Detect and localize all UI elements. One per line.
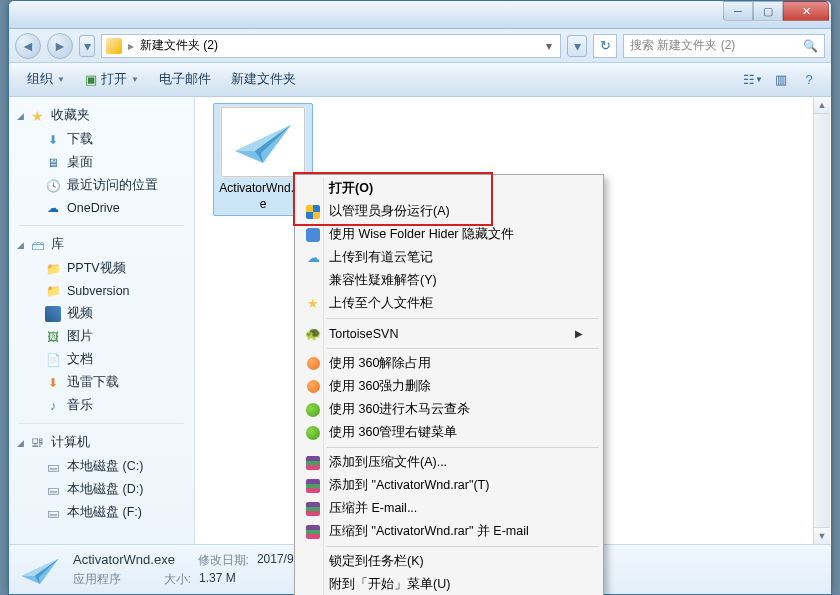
breadcrumb[interactable]: ▸ 新建文件夹 (2) ▾ bbox=[101, 34, 561, 58]
scroll-up-button[interactable]: ▲ bbox=[814, 97, 830, 114]
sidebar-item-desktop[interactable]: 🖥桌面 bbox=[9, 151, 194, 174]
collapse-icon: ◢ bbox=[17, 240, 27, 250]
sidebar-item-drive-d[interactable]: 🖴本地磁盘 (D:) bbox=[9, 478, 194, 501]
search-icon: 🔍 bbox=[803, 39, 818, 53]
ctx-360-manage-menu[interactable]: 使用 360管理右键菜单 bbox=[297, 421, 601, 444]
breadcrumb-dropdown[interactable]: ▾ bbox=[542, 39, 556, 53]
360-icon bbox=[306, 426, 320, 440]
ctx-add-archive[interactable]: 添加到压缩文件(A)... bbox=[297, 451, 601, 474]
status-thumbnail bbox=[19, 552, 61, 588]
star-icon: ★ bbox=[304, 295, 322, 313]
ctx-youdao-upload[interactable]: ☁上传到有道云笔记 bbox=[297, 246, 601, 269]
sidebar-item-subversion[interactable]: 📁Subversion bbox=[9, 280, 194, 302]
recent-icon: 🕓 bbox=[45, 178, 61, 194]
ctx-open[interactable]: 打开(O) bbox=[297, 177, 601, 200]
sidebar-item-downloads[interactable]: ⬇下载 bbox=[9, 128, 194, 151]
folder-icon: 📁 bbox=[45, 261, 61, 277]
ctx-tortoisesvn[interactable]: 🐢TortoiseSVN▶ bbox=[297, 322, 601, 345]
scrollbar-vertical[interactable]: ▲ ▼ bbox=[813, 97, 830, 544]
download-icon: ⬇ bbox=[45, 132, 61, 148]
back-button[interactable]: ◄ bbox=[15, 33, 41, 59]
close-button[interactable]: ✕ bbox=[783, 1, 829, 21]
disk-icon: 🖴 bbox=[45, 505, 61, 521]
onedrive-icon: ☁ bbox=[45, 200, 61, 216]
previous-locations-button[interactable]: ▾ bbox=[567, 35, 587, 57]
new-folder-button[interactable]: 新建文件夹 bbox=[223, 67, 304, 92]
ctx-run-as-admin[interactable]: 以管理员身份运行(A) bbox=[297, 200, 601, 223]
ctx-add-to-rar[interactable]: 添加到 "ActivatorWnd.rar"(T) bbox=[297, 474, 601, 497]
preview-pane-button[interactable]: ▥ bbox=[769, 69, 793, 91]
folder-icon: 📁 bbox=[45, 283, 61, 299]
chevron-right-icon: ▶ bbox=[575, 328, 583, 339]
documents-icon: 📄 bbox=[45, 352, 61, 368]
search-input[interactable]: 搜索 新建文件夹 (2) 🔍 bbox=[623, 34, 825, 58]
cloud-icon: ☁ bbox=[304, 249, 322, 267]
disk-icon: 🖴 bbox=[45, 459, 61, 475]
library-icon: 🗃 bbox=[31, 237, 47, 253]
360-icon bbox=[307, 357, 320, 370]
disk-icon: 🖴 bbox=[45, 482, 61, 498]
sidebar-item-recent[interactable]: 🕓最近访问的位置 bbox=[9, 174, 194, 197]
ctx-compress-to-email[interactable]: 压缩到 "ActivatorWnd.rar" 并 E-mail bbox=[297, 520, 601, 543]
titlebar: ─ ▢ ✕ bbox=[9, 1, 831, 29]
chevron-right-icon: ▸ bbox=[128, 39, 134, 53]
ctx-compat-troubleshoot[interactable]: 兼容性疑难解答(Y) bbox=[297, 269, 601, 292]
rar-icon bbox=[306, 479, 320, 493]
ctx-360-scan[interactable]: 使用 360进行木马云查杀 bbox=[297, 398, 601, 421]
open-menu[interactable]: ▣打开▼ bbox=[77, 67, 147, 92]
sidebar-item-drive-c[interactable]: 🖴本地磁盘 (C:) bbox=[9, 455, 194, 478]
collapse-icon: ◢ bbox=[17, 438, 27, 448]
status-type: 应用程序 bbox=[73, 571, 121, 588]
minimize-button[interactable]: ─ bbox=[723, 1, 753, 21]
thunder-icon: ⬇ bbox=[45, 375, 61, 391]
sidebar-item-pptv[interactable]: 📁PPTV视频 bbox=[9, 257, 194, 280]
view-options-button[interactable]: ☷ ▼ bbox=[741, 69, 765, 91]
computer-icon: 🖳 bbox=[31, 435, 47, 451]
address-bar: ◄ ► ▾ ▸ 新建文件夹 (2) ▾ ▾ ↻ 搜索 新建文件夹 (2) 🔍 bbox=[9, 29, 831, 63]
search-placeholder: 搜索 新建文件夹 (2) bbox=[630, 37, 735, 54]
rar-icon bbox=[306, 525, 320, 539]
sidebar-item-music[interactable]: ♪音乐 bbox=[9, 394, 194, 417]
favorites-header[interactable]: ◢ ★ 收藏夹 bbox=[9, 103, 194, 128]
status-filename: ActivatorWnd.exe bbox=[73, 552, 175, 569]
sidebar-item-documents[interactable]: 📄文档 bbox=[9, 348, 194, 371]
sidebar-item-video[interactable]: 视频 bbox=[9, 302, 194, 325]
ctx-compress-email[interactable]: 压缩并 E-mail... bbox=[297, 497, 601, 520]
toolbar: 组织▼ ▣打开▼ 电子邮件 新建文件夹 ☷ ▼ ▥ ? bbox=[9, 63, 831, 97]
ctx-pin-taskbar[interactable]: 锁定到任务栏(K) bbox=[297, 550, 601, 573]
ctx-pin-start[interactable]: 附到「开始」菜单(U) bbox=[297, 573, 601, 595]
360-icon bbox=[307, 380, 320, 393]
sidebar-item-onedrive[interactable]: ☁OneDrive bbox=[9, 197, 194, 219]
navigation-pane: ◢ ★ 收藏夹 ⬇下载 🖥桌面 🕓最近访问的位置 ☁OneDrive ◢ 🗃 库… bbox=[9, 97, 195, 544]
desktop-icon: 🖥 bbox=[45, 155, 61, 171]
sidebar-item-thunder[interactable]: ⬇迅雷下载 bbox=[9, 371, 194, 394]
ctx-360-unlock[interactable]: 使用 360解除占用 bbox=[297, 352, 601, 375]
email-button[interactable]: 电子邮件 bbox=[151, 67, 219, 92]
computer-header[interactable]: ◢ 🖳 计算机 bbox=[9, 430, 194, 455]
refresh-button[interactable]: ↻ bbox=[593, 34, 617, 58]
sidebar-item-drive-e[interactable]: 🖴本地磁盘 (F:) bbox=[9, 501, 194, 524]
scroll-down-button[interactable]: ▼ bbox=[814, 527, 830, 544]
rar-icon bbox=[306, 502, 320, 516]
ctx-360-force-delete[interactable]: 使用 360强力删除 bbox=[297, 375, 601, 398]
libraries-header[interactable]: ◢ 🗃 库 bbox=[9, 232, 194, 257]
wise-icon bbox=[306, 228, 320, 242]
sidebar-item-pictures[interactable]: 🖼图片 bbox=[9, 325, 194, 348]
help-button[interactable]: ? bbox=[797, 69, 821, 91]
context-menu: 打开(O) 以管理员身份运行(A) 使用 Wise Folder Hider 隐… bbox=[294, 174, 604, 595]
file-thumbnail bbox=[221, 107, 305, 177]
turtle-icon: 🐢 bbox=[304, 325, 322, 343]
forward-button[interactable]: ► bbox=[47, 33, 73, 59]
ctx-wise-hide[interactable]: 使用 Wise Folder Hider 隐藏文件 bbox=[297, 223, 601, 246]
star-icon: ★ bbox=[31, 108, 47, 124]
history-dropdown[interactable]: ▾ bbox=[79, 35, 95, 57]
ctx-upload-cabinet[interactable]: ★上传至个人文件柜 bbox=[297, 292, 601, 315]
pictures-icon: 🖼 bbox=[45, 329, 61, 345]
maximize-button[interactable]: ▢ bbox=[753, 1, 783, 21]
shield-icon bbox=[306, 205, 320, 219]
360-icon bbox=[306, 403, 320, 417]
breadcrumb-path: 新建文件夹 (2) bbox=[140, 37, 218, 54]
organize-menu[interactable]: 组织▼ bbox=[19, 67, 73, 92]
music-icon: ♪ bbox=[45, 398, 61, 414]
video-icon bbox=[45, 306, 61, 322]
